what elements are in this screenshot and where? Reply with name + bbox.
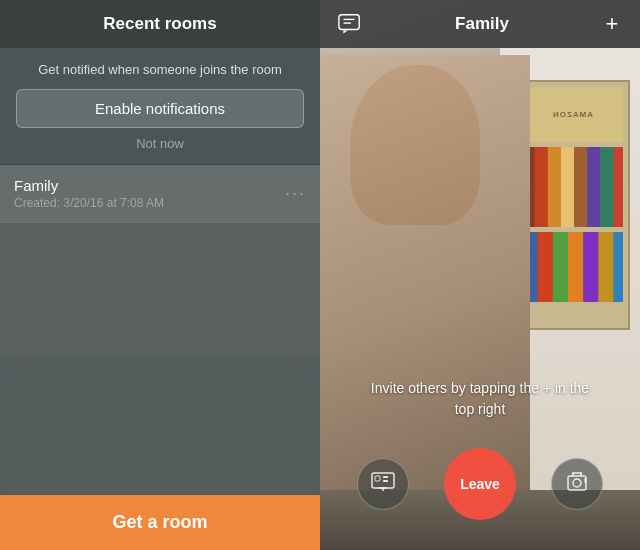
room-item[interactable]: Family Created: 3/20/16 at 7:08 AM ···: [0, 165, 320, 223]
bookshelf-unit: AMAZON: [515, 80, 630, 330]
books-row-2: [522, 232, 623, 302]
leave-label: Leave: [460, 476, 500, 492]
shelf-box-text: AMAZON: [552, 110, 593, 119]
books-row-1: [522, 147, 623, 227]
left-header-title: Recent rooms: [103, 14, 216, 34]
svg-rect-7: [383, 476, 388, 478]
svg-rect-0: [339, 15, 359, 30]
room-info: Family Created: 3/20/16 at 7:08 AM: [14, 177, 164, 210]
room-options-button[interactable]: ···: [285, 183, 306, 204]
not-now-button[interactable]: Not now: [16, 136, 304, 151]
notification-banner: Get notified when someone joins the room…: [0, 48, 320, 165]
left-header: Recent rooms: [0, 0, 320, 48]
leave-button[interactable]: Leave: [444, 448, 516, 520]
bottom-controls: Leave: [320, 448, 640, 520]
chat-icon-button[interactable]: [334, 8, 366, 40]
screen-share-icon: [371, 472, 395, 497]
enable-notifications-button[interactable]: Enable notifications: [16, 89, 304, 128]
notification-text: Get notified when someone joins the room: [16, 62, 304, 79]
get-a-room-button[interactable]: Get a room: [0, 495, 320, 550]
svg-rect-9: [568, 476, 586, 490]
person-head: [350, 65, 480, 225]
svg-rect-8: [383, 480, 388, 482]
right-panel: AMAZON Family + Invite others by t: [320, 0, 640, 550]
add-participant-button[interactable]: +: [598, 10, 626, 38]
left-panel: Recent rooms Get notified when someone j…: [0, 0, 320, 550]
shelf-box: AMAZON: [522, 87, 623, 142]
room-list: Family Created: 3/20/16 at 7:08 AM ···: [0, 165, 320, 358]
right-header-title: Family: [455, 14, 509, 34]
right-header: Family +: [320, 0, 640, 48]
room-created: Created: 3/20/16 at 7:08 AM: [14, 196, 164, 210]
camera-flip-button[interactable]: [551, 458, 603, 510]
chat-icon: [338, 13, 362, 35]
camera-flip-icon: [565, 471, 589, 498]
svg-rect-6: [375, 476, 380, 481]
room-name: Family: [14, 177, 164, 194]
screen-share-button[interactable]: [357, 458, 409, 510]
invite-text: Invite others by tapping the + in the to…: [320, 378, 640, 420]
svg-point-10: [573, 479, 581, 487]
